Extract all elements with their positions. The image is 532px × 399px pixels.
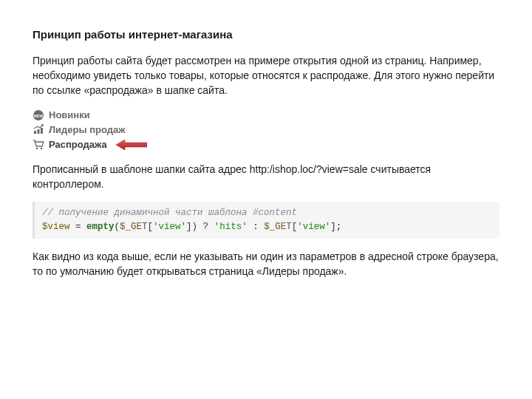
intro-paragraph: Принцип работы сайта будет рассмотрен на…: [33, 53, 499, 98]
cart-icon: [33, 139, 44, 151]
code-string: 'view': [153, 222, 186, 232]
code-colon: :: [248, 222, 265, 232]
page-title: Принцип работы интернет-магазина: [33, 27, 499, 43]
svg-rect-2: [34, 131, 36, 134]
code-global: $_GET: [264, 222, 292, 232]
code-comment: // получение динамичной части шаблона #c…: [42, 208, 297, 218]
svg-point-6: [41, 147, 43, 149]
nav-item-leaders: Лидеры продаж: [33, 123, 499, 137]
code-eq: =: [70, 222, 87, 232]
code-global: $_GET: [120, 222, 148, 232]
svg-point-5: [36, 147, 38, 149]
nav-item-sale: Распродажа: [33, 138, 499, 151]
svg-rect-3: [38, 129, 40, 134]
svg-rect-4: [41, 128, 43, 134]
code-paren: (: [115, 222, 120, 232]
chart-up-icon: [33, 124, 44, 136]
nav-label-new: Новинки: [49, 109, 90, 122]
code-keyword: empty: [86, 222, 115, 232]
svg-text:NEW: NEW: [34, 113, 43, 117]
php-code-snippet: // получение динамичной части шаблона #c…: [33, 202, 499, 239]
code-end: ];: [330, 222, 341, 232]
pointer-arrow-icon: [116, 140, 147, 150]
code-string: 'hits': [214, 222, 248, 232]
new-icon: NEW: [33, 109, 44, 121]
nav-item-new: NEW Новинки: [33, 109, 499, 122]
header-nav-screenshot: NEW Новинки Лидеры продаж Распродажа: [33, 109, 499, 151]
code-var: $view: [42, 222, 70, 232]
explanation-paragraph: Как видно из кода выше, если не указыват…: [33, 249, 499, 279]
code-ternary: ]) ?: [186, 222, 214, 232]
nav-label-sale: Распродажа: [49, 138, 107, 151]
url-paragraph: Прописанный в шаблоне шапки сайта адрес …: [33, 162, 499, 192]
code-bracket: [: [148, 222, 154, 232]
code-string: 'view': [297, 222, 330, 232]
nav-label-leaders: Лидеры продаж: [49, 123, 126, 137]
